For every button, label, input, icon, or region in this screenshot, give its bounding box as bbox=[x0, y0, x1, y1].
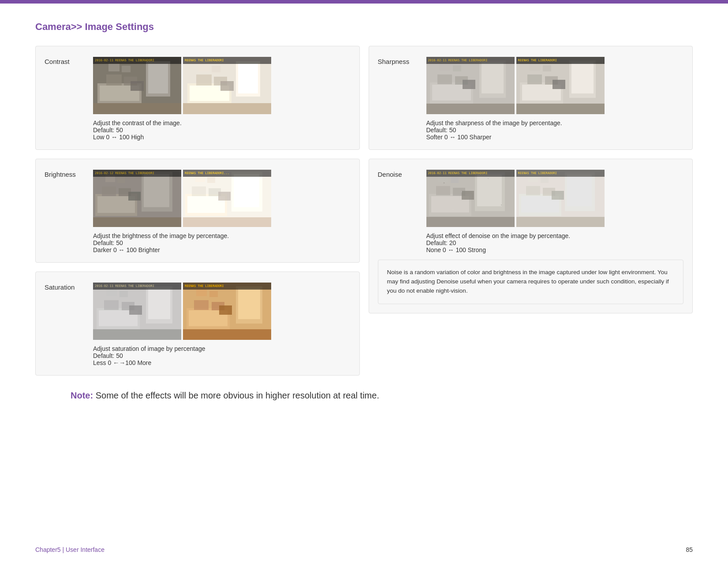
svg-rect-98 bbox=[462, 191, 474, 200]
svg-rect-28 bbox=[102, 186, 116, 196]
svg-rect-74 bbox=[440, 63, 450, 71]
contrast-desc-line2: Default: 50 bbox=[93, 127, 351, 134]
right-column: Sharpness bbox=[369, 46, 693, 376]
svg-rect-88 bbox=[516, 104, 605, 114]
brightness-img2-overlay: REENAS THE LIBERADORI... bbox=[185, 171, 229, 175]
sharpness-image-pair: 2016-02-11 REENAS THE LIBERADORI bbox=[426, 57, 605, 114]
svg-point-103 bbox=[501, 205, 502, 205]
denoise-note: Noise is a random variation of color and… bbox=[378, 260, 684, 304]
contrast-img1-overlay: 2016-02-11 REENAS THE LIBERADORI bbox=[95, 59, 154, 62]
denoise-img2-overlay: REENAS THE LIBERADORI bbox=[518, 171, 557, 175]
svg-rect-10 bbox=[131, 81, 144, 91]
svg-rect-76 bbox=[463, 80, 475, 89]
svg-point-102 bbox=[488, 178, 489, 179]
sharpness-section: Sharpness bbox=[369, 46, 693, 150]
svg-rect-80 bbox=[571, 63, 594, 93]
svg-rect-64 bbox=[209, 291, 218, 297]
saturation-img-high: REENAS THE LIBERADORI bbox=[183, 283, 271, 340]
denoise-img-strong: REENAS THE LIBERADORI bbox=[516, 170, 605, 227]
svg-rect-58 bbox=[238, 288, 260, 319]
sharpness-row: Sharpness bbox=[378, 57, 684, 114]
saturation-desc-line2: Default: 50 bbox=[93, 352, 351, 359]
svg-rect-69 bbox=[482, 63, 504, 93]
contrast-label: Contrast bbox=[45, 57, 93, 114]
sharpness-img-soft: 2016-02-11 REENAS THE LIBERADORI bbox=[426, 57, 515, 114]
svg-rect-114 bbox=[552, 191, 564, 200]
contrast-desc-line3: Low 0 ↔ 100 High bbox=[93, 134, 351, 141]
contrast-img2-overlay: REENAS THE LIBERADORI bbox=[185, 59, 224, 62]
svg-rect-44 bbox=[183, 217, 271, 227]
page-title: Camera>> Image Settings bbox=[35, 21, 693, 33]
svg-rect-9 bbox=[122, 66, 131, 72]
contrast-img-low: 2016-02-11 REENAS THE LIBERADORI bbox=[93, 57, 181, 114]
svg-rect-22 bbox=[183, 103, 271, 114]
svg-rect-99 bbox=[426, 217, 515, 227]
svg-rect-50 bbox=[104, 300, 119, 310]
svg-rect-11 bbox=[93, 103, 181, 114]
svg-rect-25 bbox=[144, 174, 169, 207]
top-bar bbox=[0, 0, 728, 4]
denoise-desc-line2: Default: 20 bbox=[426, 239, 684, 246]
svg-rect-17 bbox=[196, 74, 212, 86]
footer-right: 85 bbox=[686, 546, 693, 553]
saturation-row: Saturation bbox=[45, 283, 351, 340]
brightness-desc-line1: Adjust the brightness of the image by pe… bbox=[93, 232, 351, 239]
denoise-desc-line1: Adjust effect of denoise on the image by… bbox=[426, 232, 684, 239]
sharpness-desc-line2: Default: 50 bbox=[426, 127, 684, 134]
svg-rect-14 bbox=[238, 63, 258, 93]
denoise-img-none: 2016-02-11 REENAS THE LIBERADORI bbox=[426, 170, 515, 227]
svg-point-104 bbox=[452, 209, 453, 210]
denoise-desc: Adjust effect of denoise on the image by… bbox=[378, 232, 684, 253]
svg-rect-85 bbox=[530, 63, 540, 71]
denoise-label: Denoise bbox=[378, 170, 426, 227]
sharpness-img2-overlay: REENAS THE LIBERADORI bbox=[518, 59, 557, 62]
svg-rect-94 bbox=[436, 186, 450, 195]
svg-rect-42 bbox=[207, 177, 215, 183]
denoise-img1-overlay: 2016-02-11 REENAS THE LIBERADORI bbox=[428, 171, 488, 175]
saturation-img1-overlay: 2016-02-11 REENAS THE LIBERADORI bbox=[95, 284, 154, 288]
svg-rect-33 bbox=[93, 217, 181, 227]
brightness-label: Brightness bbox=[45, 170, 93, 227]
saturation-image-pair: 2016-02-11 REENAS THE LIBERADORI bbox=[93, 283, 271, 340]
svg-rect-3 bbox=[148, 63, 168, 93]
brightness-desc: Adjust the brightness of the image by pe… bbox=[45, 232, 351, 253]
svg-rect-61 bbox=[194, 300, 209, 310]
svg-rect-53 bbox=[119, 291, 128, 297]
sharpness-img1-overlay: 2016-02-11 REENAS THE LIBERADORI bbox=[428, 59, 488, 62]
svg-rect-21 bbox=[220, 81, 234, 91]
note-section: Note: Some of the effects will be more o… bbox=[35, 389, 693, 402]
svg-rect-63 bbox=[196, 289, 207, 296]
svg-rect-97 bbox=[451, 177, 459, 183]
svg-rect-20 bbox=[212, 66, 220, 72]
contrast-desc-line1: Adjust the contrast of the image. bbox=[93, 119, 351, 127]
svg-rect-6 bbox=[106, 74, 122, 86]
svg-rect-32 bbox=[128, 192, 141, 201]
svg-rect-47 bbox=[148, 288, 170, 319]
brightness-desc-line2: Default: 50 bbox=[93, 239, 351, 246]
svg-rect-55 bbox=[93, 329, 181, 340]
contrast-img-high: REENAS THE LIBERADORI bbox=[183, 57, 271, 114]
svg-rect-36 bbox=[234, 174, 259, 207]
svg-point-100 bbox=[444, 182, 444, 183]
footer: Chapter5 | User Interface 85 bbox=[0, 546, 728, 553]
left-column: Contrast bbox=[35, 46, 360, 376]
saturation-section: Saturation bbox=[35, 272, 360, 376]
svg-rect-115 bbox=[516, 217, 605, 227]
saturation-img2-overlay: REENAS THE LIBERADORI bbox=[185, 284, 224, 288]
svg-rect-107 bbox=[567, 175, 592, 206]
note-text: Some of the effects will be more obvious… bbox=[93, 391, 379, 400]
contrast-section: Contrast bbox=[35, 46, 360, 150]
saturation-desc: Adjust saturation of image by percentage… bbox=[45, 345, 351, 366]
svg-rect-91 bbox=[477, 175, 502, 206]
svg-rect-19 bbox=[198, 63, 209, 71]
sharpness-label: Sharpness bbox=[378, 57, 426, 114]
sharpness-desc-line1: Adjust the sharpness of the image by per… bbox=[426, 119, 684, 127]
brightness-row: Brightness bbox=[45, 170, 351, 227]
svg-rect-77 bbox=[426, 104, 515, 114]
denoise-image-pair: 2016-02-11 REENAS THE LIBERADORI bbox=[426, 170, 605, 227]
sharpness-desc: Adjust the sharpness of the image by per… bbox=[378, 119, 684, 141]
sharpness-desc-line3: Softer 0 ↔ 100 Sharper bbox=[426, 134, 684, 141]
svg-rect-110 bbox=[526, 186, 540, 195]
svg-rect-31 bbox=[117, 177, 125, 183]
footer-left: Chapter5 | User Interface bbox=[35, 546, 105, 553]
